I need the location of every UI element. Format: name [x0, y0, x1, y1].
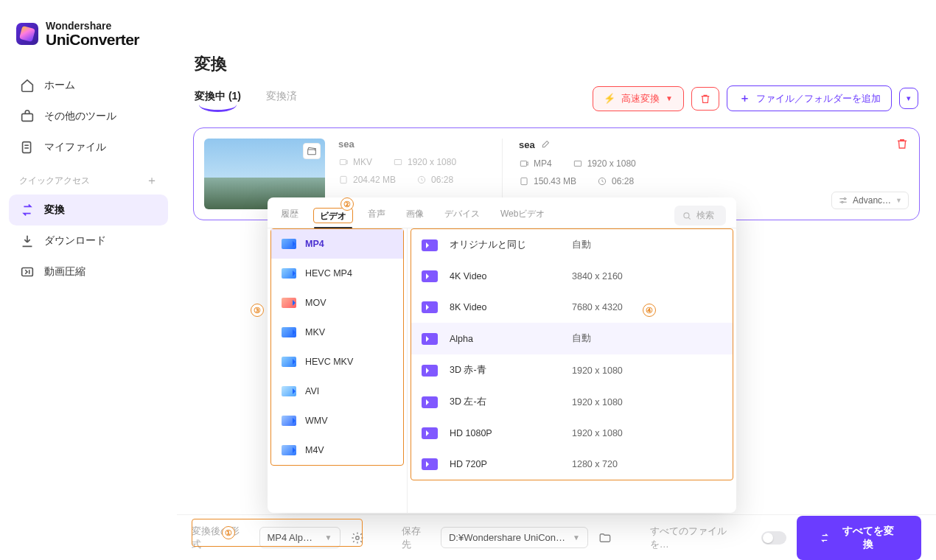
brand-logo-icon — [16, 23, 38, 45]
trash-icon — [699, 93, 711, 105]
nav: ホーム その他のツール マイファイル クイックアクセス ＋ 変換 ダウンロード … — [0, 70, 177, 287]
format-settings-icon[interactable] — [351, 531, 364, 545]
callout-3: ③ — [251, 304, 264, 317]
tab-converted[interactable]: 変換済 — [266, 90, 297, 108]
advance-settings-button[interactable]: Advanc… ▼ — [831, 192, 909, 209]
open-folder-icon[interactable] — [598, 531, 612, 545]
high-speed-button[interactable]: ⚡ 高速変換 ▼ — [593, 86, 684, 111]
resolution-item[interactable]: 3D 左-右1920 x 1080 — [411, 386, 733, 418]
sidebar-item-download[interactable]: ダウンロード — [9, 225, 168, 256]
format-item-mp4[interactable]: MP4 — [271, 229, 403, 259]
sidebar-item-label: 変換 — [44, 203, 65, 217]
resolution-item[interactable]: オリジナルと同じ自動 — [411, 229, 733, 261]
svg-point-22 — [844, 198, 845, 200]
download-icon — [19, 233, 35, 249]
format-item-avi[interactable]: AVI — [271, 377, 403, 406]
chevron-down-icon: ▼ — [895, 197, 902, 204]
resolution-icon — [422, 365, 438, 377]
popover-tab-audio[interactable]: 音声 — [365, 203, 388, 228]
tab-label: 変換中 — [195, 90, 226, 102]
resolution-item[interactable]: 8K Video7680 x 4320 — [411, 292, 733, 323]
toolbox-icon — [19, 108, 35, 125]
format-icon — [282, 386, 296, 396]
tabs: 変換中 (1) 変換済 — [195, 90, 297, 108]
format-search-input[interactable]: 検索 — [674, 206, 726, 225]
format-icon — [282, 268, 296, 279]
save-to-select[interactable]: D:¥Wondershare UniCon… ▼ — [441, 527, 588, 548]
tab-count: (1) — [228, 90, 241, 102]
home-icon — [19, 77, 35, 94]
format-icon — [282, 327, 296, 337]
resolution-icon — [422, 427, 438, 439]
format-item-hevc-mp4[interactable]: HEVC MP4 — [271, 259, 403, 288]
source-filename: sea — [338, 139, 486, 150]
svg-rect-19 — [574, 161, 581, 167]
merge-toggle[interactable] — [761, 531, 786, 545]
format-item-hevc-mkv[interactable]: HEVC MKV — [271, 347, 403, 377]
resolution-list: オリジナルと同じ自動 4K Video3840 x 2160 8K Video7… — [408, 228, 736, 513]
save-to-label: 保存先 — [402, 525, 430, 551]
sidebar-item-convert[interactable]: 変換 — [9, 195, 168, 225]
files-icon — [19, 139, 35, 155]
resolution-item[interactable]: HD 720P1280 x 720 — [411, 449, 733, 480]
popover-tab-image[interactable]: 画像 — [403, 203, 427, 228]
page-title: 変換 — [177, 0, 936, 85]
convert-all-button[interactable]: すべてを変換 — [797, 516, 921, 560]
resolution-icon — [422, 458, 438, 470]
add-quick-access-icon[interactable]: ＋ — [146, 173, 158, 189]
resolution-item[interactable]: Alpha自動 — [411, 323, 733, 354]
output-format-select[interactable]: MP4 Alp… ▼ — [259, 527, 340, 548]
convert-all-label: すべてを変換 — [838, 525, 899, 551]
callout-1: ① — [222, 526, 235, 539]
resolution-item[interactable]: 3D 赤-青1920 x 1080 — [411, 354, 733, 386]
resolution-icon — [422, 239, 438, 251]
brand: Wondershare UniConverter — [0, 0, 177, 70]
source-resolution: 1920 x 1080 — [393, 157, 456, 167]
popover-tab-history[interactable]: 履歴 — [278, 203, 301, 228]
format-list: MP4 HEVC MP4 MOV MKV HEVC MKV AVI WMV M4… — [268, 228, 408, 513]
delete-file-icon[interactable] — [895, 137, 909, 153]
edit-filename-icon[interactable] — [541, 139, 551, 151]
popover-tab-device[interactable]: デバイス — [441, 203, 483, 228]
svg-point-26 — [355, 536, 358, 539]
svg-rect-14 — [340, 160, 346, 165]
callout-2: ② — [340, 197, 354, 211]
bolt-icon: ⚡ — [604, 93, 615, 104]
output-format-value: MP4 Alp… — [268, 532, 312, 543]
svg-point-23 — [842, 201, 843, 203]
source-format: MKV — [338, 157, 372, 167]
sidebar-item-my-files[interactable]: マイファイル — [9, 132, 168, 163]
sidebar-item-other-tools[interactable]: その他のツール — [9, 101, 168, 132]
search-placeholder: 検索 — [696, 209, 714, 222]
format-item-mov[interactable]: MOV — [271, 288, 403, 318]
add-file-label: ファイル／フォルダーを追加 — [756, 92, 881, 105]
format-icon — [282, 416, 296, 426]
format-item-mkv[interactable]: MKV — [271, 318, 403, 347]
svg-rect-18 — [520, 161, 526, 167]
sidebar-item-label: その他のツール — [44, 110, 116, 123]
sidebar-item-label: ホーム — [44, 79, 75, 92]
sidebar-item-compress[interactable]: 動画圧縮 — [9, 256, 168, 287]
format-item-wmv[interactable]: WMV — [271, 406, 403, 435]
svg-point-24 — [684, 212, 689, 217]
format-icon — [282, 357, 296, 367]
popover-tabs: 履歴 ビデオ 音声 画像 デバイス Webビデオ 検索 — [268, 197, 736, 228]
svg-rect-8 — [22, 113, 33, 121]
resolution-icon — [422, 270, 438, 282]
brand-line1: Wondershare — [46, 21, 139, 32]
popover-tab-web[interactable]: Webビデオ — [497, 203, 548, 228]
delete-all-button[interactable] — [691, 87, 719, 111]
tab-converting[interactable]: 変換中 (1) — [195, 90, 241, 108]
add-file-dropdown[interactable]: ▾ — [899, 88, 918, 109]
format-item-m4v[interactable]: M4V — [271, 435, 403, 465]
svg-rect-16 — [340, 176, 346, 183]
resolution-item[interactable]: 4K Video3840 x 2160 — [411, 261, 733, 292]
svg-line-25 — [688, 217, 690, 219]
sidebar-item-home[interactable]: ホーム — [9, 70, 168, 101]
resolution-item[interactable]: HD 1080P1920 x 1080 — [411, 418, 733, 449]
output-resolution: 1920 x 1080 — [573, 158, 636, 169]
add-file-button[interactable]: ＋ ファイル／フォルダーを追加 — [727, 85, 892, 111]
save-to-value: D:¥Wondershare UniCon… — [449, 532, 565, 543]
bottom-bar: 変換後の形式 MP4 Alp… ▼ 保存先 D:¥Wondershare Uni… — [177, 514, 936, 560]
advance-label: Advanc… — [853, 195, 891, 206]
